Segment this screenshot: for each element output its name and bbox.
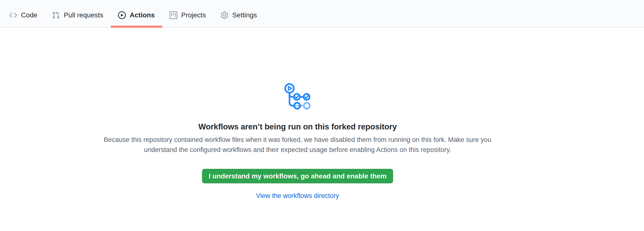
- tab-label: Code: [21, 12, 38, 19]
- view-workflows-directory-link[interactable]: View the workflows directory: [256, 192, 339, 200]
- repo-tab-nav: CodePull requestsActionsProjectsSettings: [0, 0, 644, 28]
- tab-actions[interactable]: Actions: [111, 0, 162, 27]
- gear-icon: [220, 11, 228, 19]
- empty-state-description: Because this repository contained workfl…: [95, 135, 500, 155]
- project-icon: [170, 11, 177, 19]
- git-pull-request-icon: [52, 11, 60, 19]
- tab-pull-requests[interactable]: Pull requests: [45, 0, 111, 27]
- tab-label: Actions: [130, 12, 155, 19]
- empty-state-title: Workflows aren’t being run on this forke…: [198, 122, 397, 132]
- tab-projects[interactable]: Projects: [162, 0, 213, 27]
- tab-label: Projects: [181, 12, 206, 19]
- code-icon: [9, 11, 17, 19]
- enable-workflows-button[interactable]: I understand my workflows, go ahead and …: [202, 169, 393, 183]
- play-icon: [118, 11, 126, 19]
- actions-empty-state: Workflows aren’t being run on this forke…: [0, 28, 595, 200]
- tab-label: Settings: [232, 12, 257, 19]
- tab-settings[interactable]: Settings: [213, 0, 264, 27]
- tab-code[interactable]: Code: [2, 0, 45, 27]
- tab-label: Pull requests: [64, 12, 103, 19]
- workflow-illustration-icon: [283, 82, 312, 111]
